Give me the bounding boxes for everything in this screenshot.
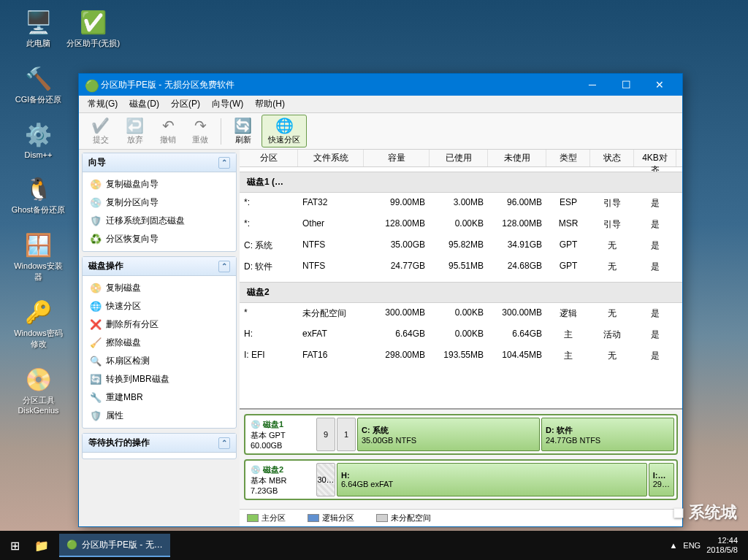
menu-item[interactable]: 磁盘(D) xyxy=(123,96,165,112)
toolbar-icon: 🌐 xyxy=(275,117,294,134)
panel-item[interactable]: 🔧重建MBR xyxy=(83,388,236,407)
clock[interactable]: 12:44 2018/5/8 xyxy=(706,536,738,555)
column-header[interactable]: 未使用 xyxy=(488,150,546,166)
minimize-button[interactable]: ─ xyxy=(576,74,609,96)
toolbar-button[interactable]: 🌐快速分区 xyxy=(262,115,307,147)
table-cell: 99.00MB xyxy=(364,196,430,211)
column-header[interactable]: 容量 xyxy=(364,150,430,166)
column-header[interactable]: 状态 xyxy=(590,150,634,166)
desktop-icon[interactable]: ✅分区助手(无损) xyxy=(66,7,121,49)
disk-partition[interactable]: C: 系统35.00GB NTFS xyxy=(357,418,540,451)
toolbar-button[interactable]: ↩️放弃 xyxy=(119,115,150,147)
panel-header[interactable]: 等待执行的操作⌃ xyxy=(83,434,236,453)
column-header[interactable]: 分区 xyxy=(240,150,298,166)
panel-title: 等待执行的操作 xyxy=(88,437,150,449)
table-row[interactable]: *:FAT3299.00MB3.00MB96.00MBESP引导是 xyxy=(240,193,682,214)
disk-group-header[interactable]: 磁盘1 (… xyxy=(240,172,682,193)
sidebar-panel: 磁盘操作⌃📀复制磁盘🌐快速分区❌删除所有分区🧹擦除磁盘🔍坏扇区检测🔄转换到MBR… xyxy=(82,256,237,429)
panel-item[interactable]: 📀复制磁盘 xyxy=(83,279,236,297)
panel-item[interactable]: 🛡️迁移系统到固态磁盘 xyxy=(83,212,236,230)
disk-partition-small[interactable]: 1 xyxy=(337,418,356,451)
panel-item[interactable]: ♻️分区恢复向导 xyxy=(83,230,236,248)
panel-item-icon: 📀 xyxy=(90,283,102,294)
menu-item[interactable]: 分区(P) xyxy=(165,96,206,112)
disk-partition[interactable]: H:6.64GB exFAT xyxy=(337,463,647,496)
partition-title: H: xyxy=(341,471,643,480)
collapse-icon[interactable]: ⌃ xyxy=(218,261,230,272)
taskbar-app-partition-assistant[interactable]: 🟢 分区助手PE版 - 无… xyxy=(59,534,170,557)
disk-partition-small[interactable]: 9 xyxy=(316,418,335,451)
ime-indicator[interactable]: ENG xyxy=(683,541,701,550)
toolbar-label: 放弃 xyxy=(127,134,143,145)
panel-item-label: 擦除磁盘 xyxy=(106,337,141,349)
toolbar-button[interactable]: ↷重做 xyxy=(186,115,215,147)
table-cell: 95.82MB xyxy=(430,238,488,253)
toolbar-button[interactable]: ↶撤销 xyxy=(153,115,183,147)
panel-item[interactable]: 🧹擦除磁盘 xyxy=(83,334,236,352)
start-button[interactable]: ⊞ xyxy=(3,531,27,560)
table-cell: 活动 xyxy=(590,327,634,342)
disk-partition[interactable]: I:…29… xyxy=(649,463,674,496)
panel-item[interactable]: 🔍坏扇区检测 xyxy=(83,352,236,370)
panel-header[interactable]: 向导⌃ xyxy=(83,153,236,172)
titlebar[interactable]: 🟢 分区助手PE版 - 无损分区免费软件 ─ ☐ ✕ xyxy=(79,74,682,96)
disk-partition-small[interactable]: 30… xyxy=(316,463,335,496)
column-header[interactable]: 4KB对齐 xyxy=(634,150,676,166)
disk-map-row[interactable]: 💿 磁盘1基本 GPT60.00GB91C: 系统35.00GB NTFSD: … xyxy=(244,414,678,455)
column-header[interactable]: 类型 xyxy=(546,150,590,166)
menubar: 常规(G)磁盘(D)分区(P)向导(W)帮助(H) xyxy=(79,96,682,113)
icon-image: 📀 xyxy=(24,364,53,394)
collapse-icon[interactable]: ⌃ xyxy=(218,157,230,169)
panel-item[interactable]: 🛡️属性 xyxy=(83,407,236,425)
panel-header[interactable]: 磁盘操作⌃ xyxy=(83,257,236,276)
toolbar-button[interactable]: ✔️提交 xyxy=(85,115,116,147)
table-cell: *: xyxy=(240,196,298,211)
table-row[interactable]: H:exFAT6.64GB0.00KB6.64GB主活动是 xyxy=(240,324,682,345)
table-row[interactable]: I: EFIFAT16298.00MB193.55MB104.45MB主无是 xyxy=(240,345,682,367)
toolbar-button[interactable]: 🔄刷新 xyxy=(227,115,259,147)
icon-label: Dism++ xyxy=(25,150,53,159)
legend-swatch xyxy=(308,514,319,522)
panel-item-icon: 🔄 xyxy=(90,374,102,386)
table-row[interactable]: D: 软件NTFS24.77GB95.51MB24.68GBGPT无是 xyxy=(240,256,682,277)
table-row[interactable]: *未分配空间300.00MB0.00KB300.00MB逻辑无是 xyxy=(240,303,682,324)
maximize-button[interactable]: ☐ xyxy=(609,74,643,96)
desktop-icon[interactable]: 🔨CGI备份还原 xyxy=(11,64,66,105)
table-row[interactable]: *:Other128.00MB0.00KB128.00MBMSR引导是 xyxy=(240,214,682,235)
panel-item[interactable]: ❌删除所有分区 xyxy=(83,315,236,334)
menu-item[interactable]: 帮助(H) xyxy=(249,96,291,112)
disk-partition[interactable]: D: 软件24.77GB NTFS xyxy=(541,418,674,451)
file-explorer-button[interactable]: 📁 xyxy=(27,531,56,560)
table-cell: 无 xyxy=(590,348,634,364)
collapse-icon[interactable]: ⌃ xyxy=(218,437,230,449)
column-header[interactable]: 已使用 xyxy=(430,150,488,166)
panel-item[interactable]: 🌐快速分区 xyxy=(83,297,236,315)
desktop-icon[interactable]: 🐧Ghost备份还原 xyxy=(11,174,66,215)
desktop-icon[interactable]: 🔑Windows密码修改 xyxy=(11,297,66,350)
disk-info: 💿 磁盘1基本 GPT60.00GB xyxy=(248,418,313,451)
panel-body: 📀复制磁盘🌐快速分区❌删除所有分区🧹擦除磁盘🔍坏扇区检测🔄转换到MBR磁盘🔧重建… xyxy=(83,276,236,428)
table-row[interactable]: C: 系统NTFS35.00GB95.82MB34.91GBGPT无是 xyxy=(240,235,682,256)
desktop-icon[interactable]: 🖥️此电脑 xyxy=(11,7,66,49)
column-header[interactable]: 文件系统 xyxy=(298,150,364,166)
toolbar-label: 提交 xyxy=(93,134,109,145)
panel-item[interactable]: 📀复制磁盘向导 xyxy=(83,175,236,193)
desktop-icon[interactable]: ⚙️Dism++ xyxy=(11,120,66,159)
partition-table-header: 分区文件系统容量已使用未使用类型状态4KB对齐 xyxy=(240,150,682,167)
toolbar-label: 刷新 xyxy=(235,134,251,145)
icon-image: 🪟 xyxy=(24,230,53,259)
disk-group-header[interactable]: 磁盘2 xyxy=(240,282,682,303)
desktop-icon[interactable]: 📀分区工具DiskGenius xyxy=(11,364,66,415)
disk-map-row[interactable]: 💿 磁盘2基本 MBR7.23GB30…H:6.64GB exFATI:…29… xyxy=(244,459,678,500)
table-cell: 是 xyxy=(634,259,676,275)
desktop-icon[interactable]: 🪟Windows安装器 xyxy=(11,230,66,283)
toolbar-label: 重做 xyxy=(192,134,208,145)
close-button[interactable]: ✕ xyxy=(643,74,676,96)
menu-item[interactable]: 常规(G) xyxy=(82,96,123,112)
panel-item[interactable]: 🔄转换到MBR磁盘 xyxy=(83,370,236,388)
panel-item[interactable]: 💿复制分区向导 xyxy=(83,193,236,212)
partition-title: I:… xyxy=(653,471,670,480)
menu-item[interactable]: 向导(W) xyxy=(206,96,249,112)
partition-title: C: 系统 xyxy=(362,425,535,436)
tray-icon[interactable]: ▲ xyxy=(669,541,677,550)
